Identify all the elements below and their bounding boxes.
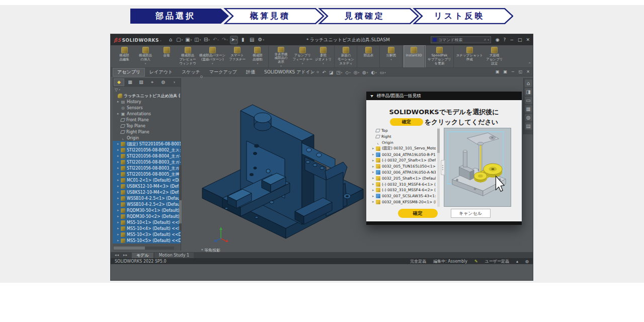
new-document-icon[interactable]: ▢▾: [176, 36, 183, 44]
expander-icon[interactable]: ▸: [117, 160, 121, 164]
feature-tree-item[interactable]: ▸ Front Plane: [113, 117, 181, 123]
expander-icon[interactable]: ▸: [372, 170, 376, 174]
expander-icon[interactable]: ▸: [117, 214, 121, 218]
dialog-tree-item[interactable]: ▸ 0032_006_ATPA19L050-A-N3: [371, 170, 436, 176]
home-icon[interactable]: ⌂▾: [167, 36, 174, 44]
redo-icon[interactable]: ↷▾: [221, 36, 228, 44]
ribbon-tab[interactable]: アセンブリ: [113, 68, 145, 76]
design-library-icon[interactable]: ◨: [525, 88, 532, 96]
feature-tree-item[interactable]: ▸ Top Plane: [113, 123, 181, 129]
ribbon-button[interactable]: 構成部品 の挿入 ▾: [135, 46, 156, 67]
feature-tree-root[interactable]: ラッチユニットビス止め治具 (Default) <D: [113, 93, 181, 99]
previous-view-icon[interactable]: ↶▾: [322, 70, 326, 75]
feature-tree-item[interactable]: ▸ MS5-10<5> (Default) <<Default>: [113, 237, 181, 244]
expander-icon[interactable]: ▸: [117, 232, 121, 236]
ribbon-tab[interactable]: 評価: [242, 68, 260, 76]
hide-show-items-icon[interactable]: ◎▾: [354, 70, 359, 75]
custom-properties-icon[interactable]: ▤: [525, 122, 532, 130]
expander-icon[interactable]: ▸: [372, 158, 376, 163]
apply-scene-icon[interactable]: ◐▾: [371, 70, 376, 75]
expand-panel-tab-icon[interactable]: ›: [169, 78, 180, 86]
dialog-tree-scrollbar[interactable]: [437, 128, 440, 207]
ribbon-button[interactable]: 大規模 アセンブリ 設定 ▾: [484, 46, 505, 67]
help-icon[interactable]: ?: [504, 37, 506, 42]
close-icon[interactable]: ✕: [526, 37, 530, 42]
workflow-step-estimate-confirm[interactable]: 見積確定: [319, 8, 410, 24]
dialog-tree-item[interactable]: ▸ Right: [371, 134, 436, 140]
zoom-area-icon[interactable]: ⌗▾: [316, 69, 319, 75]
feature-tree-item[interactable]: ▸ Sensors: [113, 105, 181, 111]
feature-tree-item[interactable]: ▸ STI2201056-08-B002_主スタンドプレ: [113, 147, 181, 153]
ribbon-button[interactable]: 参照 ジオメトリ ▾: [313, 46, 335, 67]
workflow-step-rough-estimate[interactable]: 概算見積: [225, 8, 315, 24]
ribbon-button[interactable]: アセンブリ フィーチャー ▾: [291, 46, 313, 67]
ribbon-button[interactable]: 分解図 ▾: [381, 46, 403, 67]
feature-tree-item[interactable]: ▸ MC01-2<1> (Default) <Display St: [113, 177, 181, 183]
save-icon[interactable]: ◫▾: [194, 36, 201, 44]
expander-icon[interactable]: ▸: [117, 226, 121, 230]
search-caret-icon[interactable]: ▾: [488, 38, 489, 41]
ribbon-collapse-icon[interactable]: ⌃: [528, 62, 531, 66]
configurationmanager-tab-icon[interactable]: ▧: [136, 78, 146, 86]
dialog-tree-item[interactable]: ▸ 0032_005_TUN165L050<1> (D: [371, 164, 436, 170]
dialog-tree-item[interactable]: ▸ (-) 0032_310_MSSF4-6<2> (D: [371, 187, 436, 193]
feature-tree-item[interactable]: ▸ (固定) STI2201056-08-B001_主ベー: [113, 141, 181, 147]
dialog-tree-item[interactable]: ▸ (固定) 0032_101_Servo_Moto: [371, 145, 436, 151]
doc-restore-icon[interactable]: ◱: [519, 69, 523, 74]
dialog-tree-item[interactable]: ▸ 0032_205_Shaft<1> (Default): [371, 175, 436, 181]
ribbon-tab[interactable]: レイアウト: [145, 68, 177, 76]
expander-icon[interactable]: ▸: [372, 200, 376, 204]
model-tab[interactable]: モデル: [132, 253, 153, 258]
logo-expand-icon[interactable]: ›: [160, 39, 162, 43]
feature-tree-item[interactable]: ▸ MS5-10<3> (Default) <<Default>: [113, 231, 181, 237]
model-tab[interactable]: Motion Study 1: [154, 253, 194, 258]
expander-icon[interactable]: ▸: [117, 154, 121, 158]
command-search-box[interactable]: コマンド検索 ⌕ ▾: [431, 36, 491, 43]
cancel-button[interactable]: キャンセル: [451, 209, 491, 218]
expander-icon[interactable]: ▸: [117, 172, 121, 176]
dimxpertmanager-tab-icon[interactable]: ⌖: [147, 78, 157, 86]
ribbon-button[interactable]: スマート ファスナー ▾: [226, 46, 248, 67]
ribbon-button[interactable]: SpeedPak サブアセンブリ を更新 ▾: [427, 46, 454, 67]
expander-icon[interactable]: ▸: [372, 194, 376, 198]
scrollbar-thumb[interactable]: [437, 129, 440, 153]
maximize-icon[interactable]: □: [518, 37, 522, 42]
appearances-icon[interactable]: ◍: [525, 114, 532, 121]
expander-icon[interactable]: ▸: [372, 165, 376, 169]
doc-window2-icon[interactable]: ▣: [503, 69, 507, 74]
expander-icon[interactable]: ▸: [117, 202, 121, 206]
doc-window-icon[interactable]: ▣: [496, 69, 500, 74]
dialog-titlebar[interactable]: ➤ 標準品/図面品一括見積: [366, 92, 522, 100]
dialog-tree-item[interactable]: ▸ 0032_007_SCSLAW35-43<1>: [371, 193, 436, 199]
view-palette-icon[interactable]: ▦: [525, 105, 532, 113]
ribbon-button[interactable]: 合致 ▾: [156, 46, 177, 67]
feature-tree-item[interactable]: ▸ RQDM30-50<1> (Default) <<Def: [113, 207, 181, 213]
dialog-tree-item[interactable]: ▸ 0032_004_ATPA19L050-B-P1: [371, 151, 436, 157]
feature-tree-item[interactable]: ▸ Annotations: [113, 111, 181, 117]
feature-tree-item[interactable]: ▸ RQDM30-50<2> (Default) <<Def: [113, 213, 181, 219]
tree-horizontal-scrollbar[interactable]: [114, 247, 174, 250]
feature-tree-item[interactable]: ▸ STI2201056-08-B003_主ガイドブロッ: [113, 165, 181, 171]
ribbon-button[interactable]: スナップショット 作成 ▾: [455, 46, 484, 67]
tab-rewind-icon[interactable]: ◂◂: [115, 253, 119, 257]
select-icon[interactable]: ➤▾: [230, 36, 237, 44]
featuremanager-tab-icon[interactable]: ◆: [114, 78, 124, 86]
section-view-icon[interactable]: ◪▾: [329, 70, 334, 75]
expander-icon[interactable]: ▸: [372, 188, 376, 192]
ribbon-button[interactable]: 構成部 品移動 ▾: [248, 46, 269, 67]
ribbon-button[interactable]: 非表示構 成部品の 表示 ▾: [270, 46, 291, 67]
view-settings-icon[interactable]: ▭▾: [380, 70, 386, 75]
confirm-button[interactable]: 確定: [398, 209, 438, 218]
expander-icon[interactable]: ▸: [117, 112, 121, 116]
minimize-icon[interactable]: −: [510, 37, 514, 42]
web-help-icon[interactable]: ◍: [525, 259, 529, 264]
tree-vertical-scrollbar[interactable]: [179, 165, 182, 230]
units-dropdown-icon[interactable]: ▴: [516, 259, 518, 264]
ribbon-button[interactable]: Instant3D ▾: [404, 46, 425, 67]
tab-forward-icon[interactable]: ▸▸: [123, 253, 128, 257]
feature-tree-item[interactable]: ▸ WSSB10-4-2.5<2> (Default) <<D: [113, 201, 181, 207]
ribbon-button[interactable]: 新規の モーション スタディ ▾: [336, 46, 357, 67]
assembly-3d-model[interactable]: [196, 82, 367, 248]
feature-tree-item[interactable]: ▸ MS5-10<4> (Default) <<Default>: [113, 225, 181, 231]
expander-icon[interactable]: ▸: [117, 220, 121, 224]
